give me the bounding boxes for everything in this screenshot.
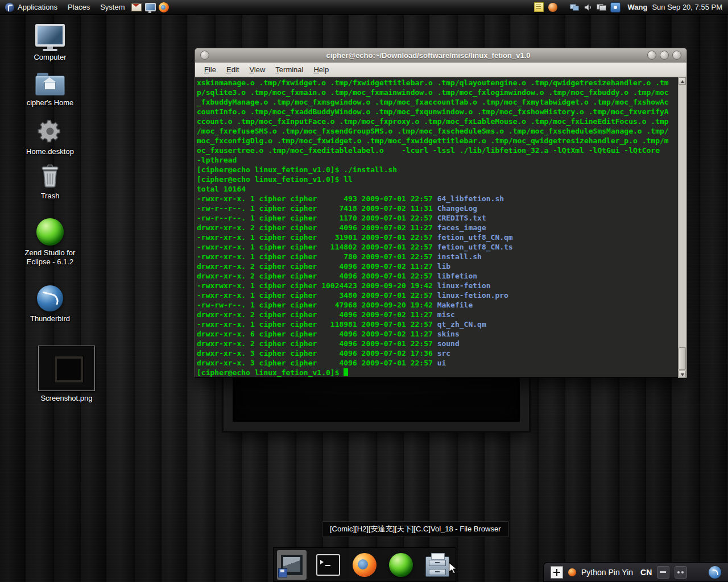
desktop-icon-label: Screenshot.png bbox=[31, 394, 102, 403]
system-menu[interactable]: System bbox=[95, 0, 130, 14]
dock-item-zend[interactable] bbox=[386, 550, 416, 580]
taskbar-tooltip: [Comic][H2][安達充][天下][C.C]Vol_18 - File B… bbox=[322, 521, 509, 537]
file-browser-icon bbox=[425, 556, 449, 577]
computer-icon bbox=[35, 24, 65, 50]
window-menu-button[interactable] bbox=[200, 51, 209, 60]
zend-icon bbox=[389, 553, 413, 577]
displays-icon bbox=[597, 4, 606, 11]
system-menu-label: System bbox=[100, 3, 125, 11]
window-titlebar[interactable]: cipher@echo:~/Download/software/misc/lin… bbox=[195, 48, 686, 63]
menu-help[interactable]: Help bbox=[309, 64, 333, 75]
menu-file[interactable]: File bbox=[200, 64, 221, 75]
scrollbar-thumb[interactable] bbox=[679, 347, 686, 370]
punctuation-toggle-icon[interactable] bbox=[675, 566, 687, 579]
desktop-icon-computer[interactable]: Computer bbox=[16, 24, 84, 62]
places-menu[interactable]: Places bbox=[63, 0, 95, 14]
places-menu-label: Places bbox=[68, 3, 90, 11]
bottom-dock bbox=[273, 547, 456, 582]
distro-logo-icon bbox=[5, 3, 14, 12]
zend-studio-icon bbox=[36, 218, 64, 246]
tray-spacer bbox=[560, 0, 568, 14]
network-tray-item[interactable] bbox=[568, 0, 581, 14]
minimize-button[interactable] bbox=[647, 51, 656, 60]
monitor-icon bbox=[145, 3, 156, 11]
mail-icon bbox=[131, 3, 142, 11]
trash-icon bbox=[38, 161, 63, 189]
desktop-icon-trash[interactable]: Trash bbox=[16, 161, 84, 201]
desktop-icon-label: cipher's Home bbox=[16, 98, 84, 107]
volume-tray-item[interactable] bbox=[581, 0, 595, 14]
language-toggle[interactable]: CN bbox=[640, 568, 652, 577]
image-viewer-icon bbox=[280, 554, 303, 576]
thunderbird-icon bbox=[37, 285, 63, 311]
scim-logo-icon[interactable] bbox=[709, 566, 721, 579]
dock-item-terminal[interactable] bbox=[313, 550, 343, 580]
volume-icon bbox=[584, 3, 593, 12]
desktop-icon-label: Trash bbox=[16, 192, 84, 201]
desktop-icon-screenshot[interactable]: Screenshot.png bbox=[31, 346, 102, 403]
desktop-icon-label: Zend Studio for Eclipse - 6.1.2 bbox=[16, 248, 84, 267]
desktop-icon-label: Thunderbird bbox=[16, 314, 84, 323]
desktop-icon-thunderbird[interactable]: Thunderbird bbox=[16, 285, 84, 323]
engine-name[interactable]: Python Pin Yin bbox=[581, 568, 633, 577]
firefox-launcher-icon[interactable] bbox=[157, 0, 171, 14]
globe-icon bbox=[548, 3, 557, 12]
menu-edit[interactable]: Edit bbox=[222, 64, 243, 75]
terminal-icon bbox=[316, 554, 340, 576]
applications-menu-label: Applications bbox=[18, 3, 57, 11]
notes-icon bbox=[534, 2, 544, 12]
displays-tray-item[interactable] bbox=[595, 0, 609, 14]
fullwidth-toggle-icon[interactable] bbox=[657, 566, 669, 579]
input-method-tray-item[interactable] bbox=[609, 0, 622, 14]
desktop-icon-home[interactable]: cipher's Home bbox=[16, 73, 84, 107]
pinyin-mode-icon[interactable] bbox=[551, 566, 563, 579]
terminal-output[interactable]: xskinmanage.o .tmp/fxwidget.o .tmp/fxwid… bbox=[195, 77, 679, 378]
desktop-icon-zend[interactable]: Zend Studio for Eclipse - 6.1.2 bbox=[16, 218, 84, 267]
terminal-cursor bbox=[344, 368, 348, 376]
home-folder-icon bbox=[35, 73, 65, 95]
desktop-icon-label: Computer bbox=[16, 53, 84, 62]
dock-item-image-viewer[interactable] bbox=[277, 550, 307, 580]
menu-view[interactable]: View bbox=[245, 64, 270, 75]
input-method-bar: Python Pin Yin CN bbox=[543, 562, 728, 582]
applications-menu[interactable]: Applications bbox=[0, 0, 63, 14]
desktop-icon-home-desktop[interactable]: Home.desktop bbox=[16, 118, 84, 156]
username[interactable]: Wang bbox=[628, 3, 648, 11]
dock-item-file-browser[interactable] bbox=[423, 550, 452, 580]
firefox-icon bbox=[159, 2, 169, 13]
floppy-icon bbox=[278, 568, 287, 577]
image-thumbnail-icon bbox=[38, 346, 95, 391]
maximize-button[interactable] bbox=[660, 51, 669, 60]
window-title: cipher@echo:~/Download/software/misc/lin… bbox=[211, 51, 646, 60]
close-button[interactable] bbox=[672, 51, 681, 60]
network-icon bbox=[570, 4, 579, 11]
terminal-menubar: File Edit View Terminal Help bbox=[195, 63, 686, 77]
gear-icon bbox=[37, 118, 63, 144]
clock[interactable]: Sun Sep 20, 7:55 PM bbox=[652, 3, 722, 11]
desktop-icon-label: Home.desktop bbox=[16, 147, 84, 156]
scroll-up-arrow[interactable] bbox=[679, 77, 686, 85]
notes-tray-item[interactable] bbox=[532, 0, 546, 14]
mail-launcher-icon[interactable] bbox=[130, 0, 143, 14]
menu-terminal[interactable]: Terminal bbox=[271, 64, 308, 75]
display-launcher-icon[interactable] bbox=[143, 0, 157, 14]
top-panel: Applications Places System Wang Sun Sep … bbox=[0, 0, 728, 15]
input-method-icon bbox=[610, 2, 621, 13]
globe-tray-item[interactable] bbox=[546, 0, 560, 14]
dock-item-firefox[interactable] bbox=[350, 550, 379, 580]
firefox-icon bbox=[353, 553, 377, 577]
scroll-down-arrow[interactable] bbox=[679, 371, 686, 378]
terminal-window: cipher@echo:~/Download/software/misc/lin… bbox=[195, 48, 687, 377]
engine-icon[interactable] bbox=[568, 568, 576, 576]
terminal-content-area: xskinmanage.o .tmp/fxwidget.o .tmp/fxwid… bbox=[195, 77, 686, 378]
terminal-scrollbar[interactable] bbox=[678, 77, 686, 378]
